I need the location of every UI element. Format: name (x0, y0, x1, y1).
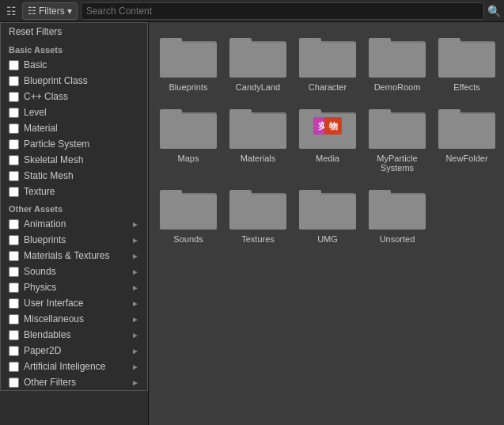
filter-sounds[interactable]: Sounds ► (1, 264, 147, 279)
folder-textures-label: Textures (241, 234, 275, 244)
filter-level[interactable]: Level (1, 104, 147, 120)
content-browser-icon: ☷ (3, 3, 19, 19)
filter-basic-label: Basic (24, 59, 47, 70)
folder-candyland[interactable]: CandyLand (226, 30, 290, 95)
filter-static-mesh-checkbox[interactable] (9, 171, 19, 181)
filter-cpp-class-checkbox[interactable] (9, 92, 19, 102)
filter-basic-checkbox[interactable] (9, 60, 19, 70)
filter-particle-system[interactable]: Particle System (1, 136, 147, 152)
filter-skeletal-mesh-checkbox[interactable] (9, 155, 19, 165)
filter-material-checkbox[interactable] (9, 123, 19, 134)
filter-paper2d-label: Paper2D (24, 345, 61, 356)
filter-icon: ☷ (28, 6, 36, 17)
folder-sounds-label: Sounds (173, 234, 203, 244)
folder-textures[interactable]: Textures (226, 182, 290, 247)
svg-rect-20 (229, 114, 286, 149)
filter-other-filters[interactable]: Other Filters ► (1, 374, 147, 390)
filter-material[interactable]: Material (1, 120, 147, 136)
folder-demoroom[interactable]: DemoRoom (366, 30, 429, 95)
folder-unsorted[interactable]: Unsorted (366, 182, 429, 247)
svg-rect-39 (229, 195, 286, 230)
filter-skeletal-mesh-label: Skeletal Mesh (24, 154, 83, 165)
svg-rect-33 (438, 114, 495, 149)
filter-blendables-checkbox[interactable] (9, 330, 19, 340)
filter-miscellaneous-checkbox[interactable] (9, 314, 19, 324)
filter-miscellaneous-arrow: ► (131, 315, 139, 324)
filter-level-label: Level (24, 107, 47, 118)
folder-myparticle-systems[interactable]: MyParticle Systems (366, 101, 429, 176)
filter-materials-textures[interactable]: Materials & Textures ► (1, 248, 147, 264)
folder-materials-icon (229, 104, 286, 150)
filter-physics-checkbox[interactable] (9, 283, 19, 293)
folder-effects[interactable]: Effects (435, 30, 498, 95)
folder-character[interactable]: Character (296, 30, 359, 95)
filter-materials-textures-arrow: ► (131, 252, 139, 260)
filter-animation-checkbox[interactable] (9, 219, 19, 230)
folder-demoroom-label: DemoRoom (374, 82, 421, 92)
search-input[interactable] (81, 2, 484, 20)
filters-button[interactable]: ☷ Filters ▾ (22, 2, 78, 20)
filter-texture[interactable]: Texture (1, 184, 147, 199)
filter-basic[interactable]: Basic (1, 57, 147, 73)
filter-particle-system-checkbox[interactable] (9, 139, 19, 150)
folder-character-icon (299, 33, 356, 79)
filter-artificial-intelligence[interactable]: Artificial Inteligence ► (1, 359, 147, 374)
filter-texture-checkbox[interactable] (9, 187, 19, 197)
filter-static-mesh-label: Static Mesh (24, 170, 74, 181)
filter-static-mesh[interactable]: Static Mesh (1, 168, 147, 184)
filter-artificial-intelligence-checkbox[interactable] (9, 362, 19, 372)
filter-skeletal-mesh[interactable]: Skeletal Mesh (1, 152, 147, 168)
filter-paper2d-checkbox[interactable] (9, 346, 19, 356)
folder-sounds[interactable]: Sounds (157, 182, 220, 247)
folder-materials[interactable]: Materials (226, 101, 290, 176)
filter-material-label: Material (24, 123, 58, 134)
folder-unsorted-label: Unsorted (380, 234, 415, 244)
filter-animation[interactable]: Animation ► (1, 216, 147, 232)
filter-blueprints[interactable]: Blueprints ► (1, 232, 147, 248)
filter-animation-label: Animation (24, 218, 66, 230)
svg-rect-2 (160, 43, 217, 78)
basic-assets-section-label: Basic Assets (1, 40, 147, 57)
filter-texture-label: Texture (24, 186, 55, 197)
filter-sounds-checkbox[interactable] (9, 267, 19, 277)
filter-physics[interactable]: Physics ► (1, 279, 147, 295)
svg-rect-30 (369, 114, 426, 149)
folder-character-label: Character (309, 82, 347, 92)
reset-filters-item[interactable]: Reset Filters (1, 23, 147, 40)
filter-miscellaneous[interactable]: Miscellaneous ► (1, 311, 147, 327)
folder-newfolder[interactable]: NewFolder (435, 101, 498, 176)
folder-umg-label: UMG (317, 234, 338, 244)
svg-text:物: 物 (328, 121, 338, 131)
folder-media[interactable]: 实 物 Media (296, 101, 359, 176)
filter-other-filters-checkbox[interactable] (9, 378, 19, 388)
folder-myparticle-systems-icon (369, 104, 426, 150)
folder-candyland-icon (229, 33, 286, 79)
folder-blueprints[interactable]: Blueprints (157, 30, 220, 95)
filter-user-interface-arrow: ► (131, 299, 139, 308)
filter-blueprint-class[interactable]: Blueprint Class (1, 73, 147, 89)
svg-rect-36 (160, 195, 217, 230)
filter-user-interface-checkbox[interactable] (9, 298, 19, 309)
filter-sounds-label: Sounds (24, 266, 56, 277)
svg-rect-45 (369, 195, 426, 230)
folder-newfolder-label: NewFolder (445, 154, 487, 163)
filter-blueprint-class-checkbox[interactable] (9, 76, 19, 86)
filter-materials-textures-label: Materials & Textures (24, 250, 110, 261)
folder-grid: Blueprints CandyLand Character (157, 30, 496, 247)
filter-particle-system-label: Particle System (24, 139, 89, 150)
svg-rect-14 (438, 43, 495, 78)
folder-umg[interactable]: UMG (296, 182, 359, 247)
filter-level-checkbox[interactable] (9, 108, 19, 118)
filter-user-interface-label: User Interface (24, 298, 83, 309)
filter-cpp-class[interactable]: C++ Class (1, 89, 147, 104)
filter-materials-textures-checkbox[interactable] (9, 251, 19, 261)
svg-rect-5 (229, 43, 286, 78)
filter-user-interface[interactable]: User Interface ► (1, 295, 147, 311)
filter-paper2d[interactable]: Paper2D ► (1, 343, 147, 359)
filters-label: Filters (39, 6, 65, 17)
folder-maps-icon (160, 104, 217, 150)
filter-blueprints-checkbox[interactable] (9, 235, 19, 245)
filter-blendables[interactable]: Blendables ► (1, 327, 147, 343)
filter-other-filters-label: Other Filters (24, 377, 76, 388)
folder-maps[interactable]: Maps (157, 101, 220, 176)
